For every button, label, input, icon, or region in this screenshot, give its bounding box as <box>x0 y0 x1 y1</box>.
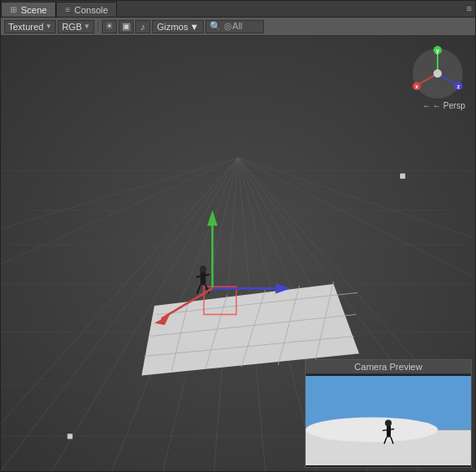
persp-text: ← Persp <box>433 101 465 110</box>
gizmos-arrow: ▼ <box>190 22 199 32</box>
svg-point-35 <box>200 266 206 272</box>
svg-text:y: y <box>436 48 439 54</box>
scene-tab-icon: ⊞ <box>10 5 17 14</box>
scene-tab-label: Scene <box>21 5 47 15</box>
color-mode-dropdown[interactable]: RGB ▼ <box>58 20 94 33</box>
search-box[interactable]: 🔍 ◎All <box>205 20 264 33</box>
svg-rect-34 <box>200 271 205 285</box>
sun-icon: ☀ <box>105 21 114 32</box>
unity-editor-window: ⊞ Scene ≡ Console ≡ Textured ▼ RGB ▼ ☀ ▣… <box>0 0 476 472</box>
image-overlay-button[interactable]: ▣ <box>119 20 134 33</box>
persp-arrow: ← <box>423 101 431 110</box>
svg-point-57 <box>433 69 442 78</box>
camera-preview-content <box>306 374 471 467</box>
svg-text:z: z <box>457 84 460 89</box>
tab-scene[interactable]: ⊞ Scene <box>1 2 56 17</box>
image-icon: ▣ <box>122 21 130 32</box>
svg-text:x: x <box>415 84 418 89</box>
gizmos-label: Gizmos <box>157 22 188 32</box>
svg-rect-46 <box>68 434 73 439</box>
camera-preview-panel: Camera Preview <box>305 359 472 468</box>
camera-preview-svg <box>306 374 471 467</box>
svg-point-60 <box>306 418 438 443</box>
display-mode-dropdown[interactable]: Textured ▼ <box>4 20 56 33</box>
sun-toggle-button[interactable]: ☀ <box>102 20 117 33</box>
tab-bar-menu[interactable]: ≡ <box>467 3 472 13</box>
scene-canvas: y x z ← ← Pe <box>1 36 475 471</box>
color-mode-arrow: ▼ <box>84 23 90 30</box>
display-mode-arrow: ▼ <box>45 23 52 30</box>
tab-console[interactable]: ≡ Console <box>56 2 117 17</box>
gizmo-svg: y x z <box>408 44 467 103</box>
svg-rect-45 <box>400 174 405 179</box>
console-tab-label: Console <box>74 5 108 15</box>
gizmos-dropdown[interactable]: Gizmos ▼ <box>152 20 204 33</box>
toolbar-sep-1 <box>98 21 99 33</box>
scene-viewport[interactable]: y x z ← ← Pe <box>1 36 475 471</box>
color-mode-label: RGB <box>62 22 82 32</box>
svg-point-62 <box>385 420 392 427</box>
tab-bar: ⊞ Scene ≡ Console ≡ <box>1 1 475 18</box>
scene-toolbar: Textured ▼ RGB ▼ ☀ ▣ ♪ Gizmos ▼ 🔍 ◎All <box>1 18 475 36</box>
display-mode-label: Textured <box>8 22 43 32</box>
search-icon: 🔍 <box>210 21 221 32</box>
persp-label[interactable]: ← ← Persp <box>423 101 465 110</box>
scene-gizmo-widget[interactable]: y x z <box>408 44 467 103</box>
audio-toggle-button[interactable]: ♪ <box>135 20 150 33</box>
search-placeholder: ◎All <box>224 21 242 32</box>
console-tab-icon: ≡ <box>65 5 70 14</box>
audio-icon: ♪ <box>140 22 145 32</box>
camera-preview-title: Camera Preview <box>306 360 471 374</box>
svg-rect-61 <box>387 425 391 437</box>
